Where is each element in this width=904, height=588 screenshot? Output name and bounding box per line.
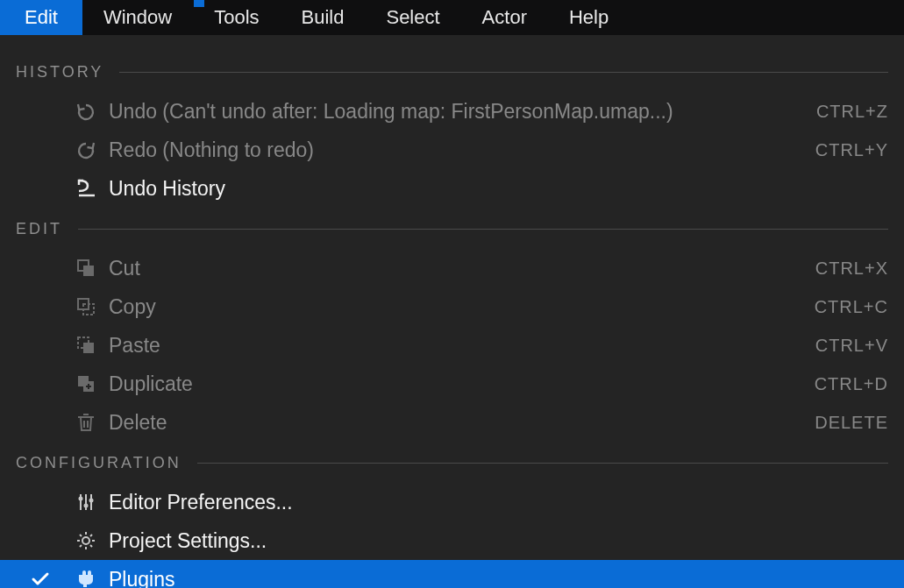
menu-delete[interactable]: Delete DELETE — [0, 403, 904, 442]
section-rule — [197, 463, 888, 464]
menubar-label: Help — [569, 6, 609, 29]
menu-redo[interactable]: Redo (Nothing to redo) CTRL+Y — [0, 131, 904, 169]
copy-icon — [72, 296, 100, 317]
section-rule — [119, 72, 888, 73]
menu-shortcut: CTRL+C — [815, 297, 888, 317]
menubar-build[interactable]: Build — [281, 0, 366, 35]
section-title: CONFIGURATION — [16, 454, 182, 472]
menu-copy[interactable]: Copy CTRL+C — [0, 287, 904, 326]
svg-point-14 — [79, 497, 83, 501]
menu-label: Undo (Can't undo after: Loading map: Fir… — [109, 100, 673, 124]
svg-point-15 — [84, 504, 89, 508]
menubar-label: Edit — [25, 6, 58, 29]
delete-icon — [72, 412, 100, 433]
menubar-select[interactable]: Select — [365, 0, 460, 35]
paste-icon — [72, 335, 100, 356]
menubar-actor[interactable]: Actor — [461, 0, 548, 35]
menu-duplicate[interactable]: Duplicate CTRL+D — [0, 365, 904, 403]
menu-editor-preferences[interactable]: Editor Preferences... — [0, 483, 904, 521]
menubar-label: Actor — [482, 6, 527, 29]
duplicate-icon — [72, 373, 100, 394]
undo-icon — [72, 101, 100, 122]
menu-label: Duplicate — [109, 372, 193, 396]
menubar-label: Tools — [214, 6, 259, 29]
menu-undo-history[interactable]: Undo History — [0, 169, 904, 208]
menubar-edit[interactable]: Edit — [0, 0, 82, 35]
svg-point-17 — [82, 537, 89, 544]
menu-label: Paste — [109, 334, 160, 358]
menu-plugins[interactable]: Plugins — [0, 560, 904, 588]
gear-icon — [72, 530, 100, 551]
menu-label: Plugins — [109, 568, 174, 589]
menu-label: Copy — [109, 295, 156, 319]
cut-icon — [72, 258, 100, 279]
section-rule — [78, 229, 888, 230]
svg-point-16 — [89, 499, 94, 503]
menu-label: Delete — [109, 411, 167, 435]
section-history: HISTORY — [0, 63, 904, 92]
menubar-label: Build — [302, 6, 345, 29]
edit-dropdown: HISTORY Undo (Can't undo after: Loading … — [0, 35, 904, 588]
menubar: Edit Window Tools Build Select Actor Hel… — [0, 0, 904, 35]
menu-shortcut: CTRL+Z — [816, 102, 888, 122]
menu-shortcut: CTRL+D — [815, 374, 888, 394]
menubar-window[interactable]: Window — [82, 0, 193, 35]
menu-label: Redo (Nothing to redo) — [109, 138, 314, 162]
menu-cut[interactable]: Cut CTRL+X — [0, 249, 904, 287]
menu-project-settings[interactable]: Project Settings... — [0, 521, 904, 560]
menubar-label: Window — [103, 6, 172, 29]
check-icon — [30, 569, 51, 588]
menubar-tools[interactable]: Tools — [193, 0, 280, 35]
section-configuration: CONFIGURATION — [0, 442, 904, 483]
sliders-icon — [72, 492, 100, 513]
menu-shortcut: CTRL+V — [815, 336, 888, 356]
menubar-help[interactable]: Help — [548, 0, 630, 35]
section-title: EDIT — [16, 220, 62, 238]
menu-shortcut: CTRL+X — [815, 259, 888, 279]
svg-rect-2 — [83, 266, 94, 276]
svg-rect-6 — [83, 343, 94, 353]
plugin-icon — [72, 569, 100, 588]
menu-shortcut: DELETE — [815, 413, 888, 433]
redo-icon — [72, 139, 100, 160]
section-edit: EDIT — [0, 208, 904, 249]
menu-label: Editor Preferences... — [109, 491, 293, 514]
menu-shortcut: CTRL+Y — [815, 140, 888, 160]
menu-paste[interactable]: Paste CTRL+V — [0, 326, 904, 365]
undo-history-icon — [72, 178, 100, 199]
menu-undo[interactable]: Undo (Can't undo after: Loading map: Fir… — [0, 92, 904, 131]
menu-label: Cut — [109, 257, 140, 280]
section-title: HISTORY — [16, 63, 103, 81]
menu-label: Project Settings... — [109, 529, 267, 553]
menu-label: Undo History — [109, 177, 225, 201]
menubar-label: Select — [386, 6, 439, 29]
